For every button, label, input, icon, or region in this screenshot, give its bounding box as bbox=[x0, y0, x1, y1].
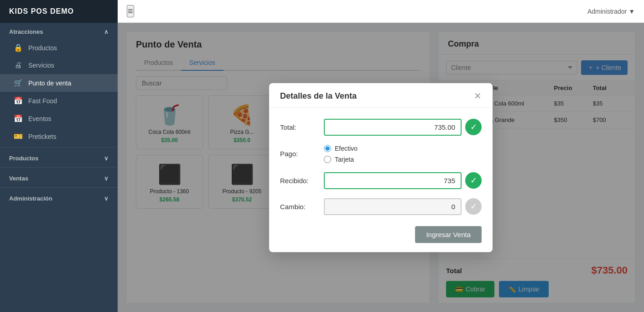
payment-options: Efectivo Tarjeta bbox=[324, 145, 358, 163]
payment-option-tarjeta[interactable]: Tarjeta bbox=[324, 156, 358, 163]
modal-header: Detalles de la Venta ✕ bbox=[269, 83, 493, 108]
modal-recibido-input-group: ✓ bbox=[324, 172, 482, 189]
fastfood-icon: 📅 bbox=[14, 96, 23, 105]
divider-1 bbox=[0, 147, 118, 148]
modal-recibido-row: Recibido: ✓ bbox=[280, 172, 482, 189]
modal-total-input[interactable] bbox=[324, 119, 462, 136]
sidebar-item-productos[interactable]: 🔒 Productos bbox=[0, 39, 118, 57]
payment-option-efectivo[interactable]: Efectivo bbox=[324, 145, 358, 152]
modal-cambio-input-group: ✓ bbox=[324, 198, 482, 215]
hamburger-button[interactable]: ≡ bbox=[127, 5, 134, 17]
sidebar-item-eventos[interactable]: 📅 Eventos bbox=[0, 110, 118, 127]
modal-cambio-row: Cambio: ✓ bbox=[280, 198, 482, 215]
modal-recibido-label: Recibido: bbox=[280, 177, 317, 185]
sale-details-modal: Detalles de la Venta ✕ Total: ✓ Pago bbox=[269, 83, 493, 252]
modal-total-row: Total: ✓ bbox=[280, 119, 482, 136]
modal-title: Detalles de la Venta bbox=[280, 91, 357, 101]
app-logo: KIDS POS DEMO bbox=[0, 0, 118, 23]
modal-pago-label: Pago: bbox=[280, 150, 317, 158]
cart-icon: 🛒 bbox=[14, 79, 23, 87]
divider-2 bbox=[0, 167, 118, 168]
sidebar: KIDS POS DEMO Atracciones ∧ 🔒 Productos … bbox=[0, 0, 118, 312]
modal-pago-row: Pago: Efectivo Tarjeta bbox=[280, 145, 482, 163]
modal-cambio-input[interactable] bbox=[324, 198, 462, 215]
content-area: Punto de Venta Productos Servicios 🥤 Coc… bbox=[118, 23, 644, 312]
sidebar-item-fast-food[interactable]: 📅 Fast Food bbox=[0, 92, 118, 110]
sidebar-section-ventas[interactable]: Ventas ∨ bbox=[0, 169, 118, 185]
sidebar-item-pretickets[interactable]: 🎫 Pretickets bbox=[0, 127, 118, 145]
modal-total-confirm-button[interactable]: ✓ bbox=[465, 119, 482, 135]
sidebar-item-punto-de-venta[interactable]: 🛒 Punto de venta bbox=[0, 74, 118, 92]
modal-cambio-confirm-button[interactable]: ✓ bbox=[465, 198, 482, 215]
tarjeta-radio[interactable] bbox=[324, 156, 331, 163]
modal-total-label: Total: bbox=[280, 123, 317, 131]
topbar: ≡ Administrador ▼ bbox=[118, 0, 644, 23]
modal-body: Total: ✓ Pago: Efectivo bbox=[269, 108, 493, 226]
ingresar-venta-button[interactable]: Ingresar Venta bbox=[415, 226, 482, 243]
sidebar-section-productos[interactable]: Productos ∨ bbox=[0, 149, 118, 165]
sidebar-item-servicios[interactable]: 🖨 Servicios bbox=[0, 57, 118, 74]
modal-footer: Ingresar Venta bbox=[269, 226, 493, 252]
user-menu[interactable]: Administrador ▼ bbox=[587, 8, 635, 15]
print-icon: 🖨 bbox=[14, 61, 23, 69]
sidebar-section-administracion[interactable]: Administración ∨ bbox=[0, 190, 118, 206]
modal-recibido-input[interactable] bbox=[324, 172, 462, 189]
modal-total-input-group: ✓ bbox=[324, 119, 482, 136]
sidebar-section-atracciones[interactable]: Atracciones ∧ bbox=[0, 23, 118, 39]
modal-close-button[interactable]: ✕ bbox=[474, 91, 482, 100]
main-content: ≡ Administrador ▼ Punto de Venta Product… bbox=[118, 0, 644, 312]
modal-cambio-label: Cambio: bbox=[280, 203, 317, 211]
ticket-icon: 🎫 bbox=[14, 132, 23, 141]
efectivo-radio[interactable] bbox=[324, 145, 331, 152]
eventos-icon: 📅 bbox=[14, 114, 23, 123]
lock-icon: 🔒 bbox=[14, 43, 23, 52]
modal-overlay: Detalles de la Venta ✕ Total: ✓ Pago bbox=[118, 23, 644, 312]
divider-3 bbox=[0, 187, 118, 188]
modal-recibido-confirm-button[interactable]: ✓ bbox=[465, 172, 482, 189]
